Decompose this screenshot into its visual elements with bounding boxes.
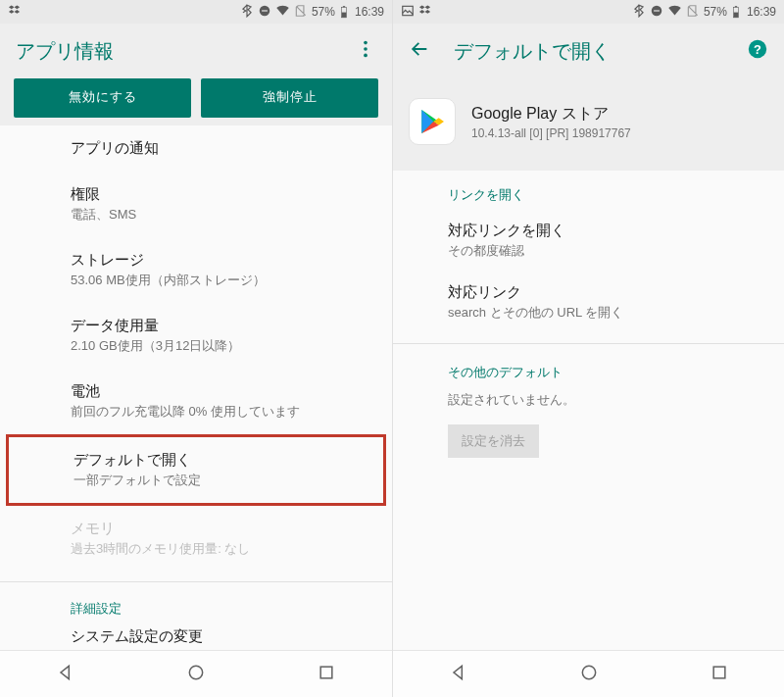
svg-point-18 [582, 666, 595, 678]
svg-rect-1 [262, 10, 268, 11]
svg-point-7 [364, 54, 368, 58]
app-header-card: Google Play ストア 10.4.13-all [0] [PR] 198… [393, 78, 784, 171]
section-advanced: 詳細設定 [0, 586, 392, 623]
help-icon[interactable]: ? [747, 38, 768, 64]
do-not-disturb-icon [650, 4, 663, 21]
nav-back-icon[interactable] [56, 663, 75, 686]
no-sim-icon [294, 4, 308, 21]
page-title: アプリ情報 [16, 38, 331, 65]
list-item-modify-system[interactable]: システム設定の変更 [0, 623, 392, 650]
status-bar: 57% 16:39 [393, 0, 784, 24]
svg-rect-3 [342, 13, 347, 18]
list-item-supported-links[interactable]: 対応リンク search とその他の URL を開く [393, 272, 784, 333]
section-open-links: リンクを開く [393, 171, 784, 210]
image-icon [401, 4, 415, 21]
wifi-icon [275, 3, 290, 21]
clock: 16:39 [355, 5, 384, 19]
app-bar: デフォルトで開く ? [393, 24, 784, 78]
nav-home-icon[interactable] [579, 663, 599, 686]
list-item-open-by-default[interactable]: デフォルトで開く 一部デフォルトで設定 [6, 434, 386, 506]
disable-button[interactable]: 無効にする [14, 78, 191, 118]
list-item-storage[interactable]: ストレージ 53.06 MB使用（内部ストレージ） [0, 237, 392, 303]
battery-indicator: 57% [312, 5, 351, 19]
list-item-memory: メモリ 過去3時間のメモリ使用量: なし [0, 506, 392, 572]
nav-bar [0, 650, 392, 697]
divider [393, 343, 784, 344]
do-not-disturb-icon [258, 4, 271, 21]
divider [0, 581, 392, 582]
app-version: 10.4.13-all [0] [PR] 198917767 [471, 126, 631, 140]
battery-pct: 57% [704, 5, 727, 19]
nav-back-icon[interactable] [449, 663, 468, 686]
nav-recent-icon[interactable] [710, 663, 729, 686]
svg-rect-12 [654, 10, 660, 11]
svg-rect-15 [735, 6, 737, 7]
list-item-data-usage[interactable]: データ使用量 2.10 GB使用（3月12日以降） [0, 303, 392, 369]
nav-home-icon[interactable] [186, 663, 206, 686]
google-play-icon [409, 98, 456, 145]
clock: 16:39 [747, 5, 776, 19]
back-arrow-icon[interactable] [409, 38, 430, 64]
svg-point-5 [364, 41, 368, 45]
svg-rect-4 [343, 6, 345, 7]
svg-text:?: ? [754, 42, 761, 57]
defaults-list: リンクを開く 対応リンクを開く その都度確認 対応リンク search とその他… [393, 171, 784, 650]
svg-point-6 [364, 47, 368, 51]
list-item-open-supported-links[interactable]: 対応リンクを開く その都度確認 [393, 210, 784, 272]
force-stop-button[interactable]: 強制停止 [201, 78, 378, 118]
status-bar: 57% 16:39 [0, 0, 392, 24]
svg-rect-14 [734, 13, 739, 18]
app-name: Google Play ストア [471, 104, 631, 124]
settings-list: アプリの通知 権限 電話、SMS ストレージ 53.06 MB使用（内部ストレー… [0, 125, 392, 650]
svg-rect-9 [320, 667, 332, 678]
none-set-text: 設定されていません。 [393, 387, 784, 419]
list-item-battery[interactable]: 電池 前回のフル充電以降 0% 使用しています [0, 369, 392, 434]
clear-defaults-button: 設定を消去 [448, 424, 539, 458]
screen-open-by-default: 57% 16:39 デフォルトで開く ? Google Play ストア 10.… [392, 0, 784, 697]
battery-pct: 57% [312, 5, 335, 19]
list-item-notifications[interactable]: アプリの通知 [0, 125, 392, 172]
bluetooth-icon [632, 4, 646, 21]
wifi-icon [667, 3, 682, 21]
dropbox-icon [418, 4, 432, 21]
dropbox-icon [8, 4, 22, 21]
no-sim-icon [686, 4, 700, 21]
nav-recent-icon[interactable] [317, 663, 336, 686]
section-other-defaults: その他のデフォルト [393, 348, 784, 387]
battery-indicator: 57% [704, 5, 743, 19]
screen-app-info: 57% 16:39 アプリ情報 無効にする 強制停止 アプリの通知 権限 電話、… [0, 0, 392, 697]
nav-bar [393, 650, 784, 697]
page-title: デフォルトで開く [454, 38, 723, 65]
svg-rect-19 [713, 667, 725, 678]
app-bar: アプリ情報 [0, 24, 392, 78]
list-item-permissions[interactable]: 権限 電話、SMS [0, 172, 392, 237]
bluetooth-icon [240, 4, 254, 21]
overflow-menu-icon[interactable] [355, 38, 376, 64]
action-buttons: 無効にする 強制停止 [0, 78, 392, 125]
svg-point-8 [189, 666, 202, 678]
